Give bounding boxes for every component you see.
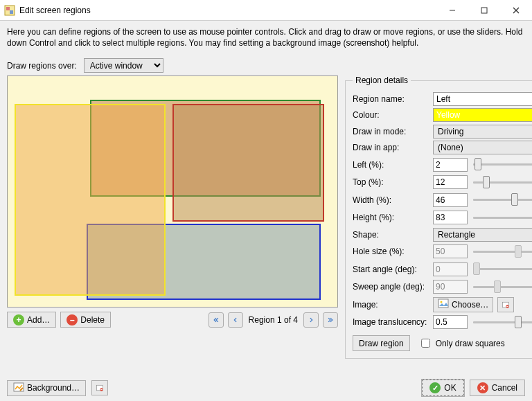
cancel-button[interactable]: ✕ Cancel bbox=[470, 380, 525, 396]
draw-region-button[interactable]: Draw region bbox=[353, 335, 410, 351]
title-bar: Edit screen regions bbox=[0, 0, 532, 21]
start-angle-label: Start angle (deg): bbox=[353, 265, 433, 274]
last-region-button[interactable] bbox=[323, 312, 338, 328]
region-name-label: Region name: bbox=[353, 94, 433, 104]
svg-rect-11 bbox=[507, 306, 509, 307]
plus-icon: + bbox=[13, 314, 24, 326]
only-squares-row[interactable]: Only draw squares bbox=[418, 337, 505, 350]
app-icon bbox=[4, 5, 15, 16]
cancel-icon: ✕ bbox=[477, 382, 488, 393]
image-label: Image: bbox=[353, 300, 433, 310]
colour-label: Colour: bbox=[353, 110, 433, 120]
draw-region-label: Draw region bbox=[359, 339, 404, 348]
clear-background-button[interactable] bbox=[91, 380, 108, 395]
draw-mode-label: Draw in mode: bbox=[353, 127, 433, 136]
start-angle-input bbox=[433, 262, 468, 276]
ok-label: OK bbox=[444, 383, 456, 393]
svg-rect-4 bbox=[481, 8, 487, 13]
regions-canvas[interactable] bbox=[7, 75, 338, 308]
draw-app-label: Draw in app: bbox=[353, 143, 433, 152]
check-icon: ✓ bbox=[429, 382, 441, 393]
shape-label: Shape: bbox=[353, 230, 433, 240]
translucency-label: Image translucency: bbox=[353, 317, 433, 327]
draw-over-select[interactable]: Active window bbox=[84, 58, 163, 73]
first-region-button[interactable] bbox=[209, 312, 224, 328]
width-input[interactable] bbox=[433, 193, 468, 207]
translucency-input[interactable] bbox=[433, 315, 468, 329]
only-squares-label: Only draw squares bbox=[436, 339, 505, 348]
height-slider[interactable] bbox=[473, 211, 532, 224]
top-slider[interactable] bbox=[473, 176, 532, 188]
draw-mode-select[interactable]: Driving bbox=[433, 125, 532, 139]
bottom-bar: Background… ✓ OK ✕ Cancel bbox=[0, 375, 532, 401]
minimize-button[interactable] bbox=[436, 0, 468, 21]
translucency-slider[interactable] bbox=[473, 316, 532, 328]
region-details-legend: Region details bbox=[353, 75, 411, 85]
colour-value: Yellow bbox=[436, 110, 460, 120]
background-icon bbox=[13, 382, 24, 395]
add-button[interactable]: + Add… bbox=[7, 312, 56, 328]
prev-region-button[interactable] bbox=[228, 312, 243, 328]
svg-rect-7 bbox=[438, 299, 448, 308]
hole-size-input bbox=[433, 244, 468, 258]
top-label: Top (%): bbox=[353, 177, 433, 187]
region-rect[interactable] bbox=[172, 104, 324, 222]
start-angle-slider bbox=[473, 263, 532, 276]
ok-button[interactable]: ✓ OK bbox=[422, 380, 463, 396]
delete-button[interactable]: – Delete bbox=[60, 312, 111, 328]
clear-image-button[interactable] bbox=[497, 297, 514, 312]
background-button[interactable]: Background… bbox=[7, 380, 86, 396]
left-label: Left (%): bbox=[353, 160, 433, 170]
region-rect[interactable] bbox=[15, 104, 166, 295]
delete-button-label: Delete bbox=[80, 315, 105, 325]
add-button-label: Add… bbox=[27, 315, 50, 325]
choose-image-label: Choose… bbox=[452, 300, 488, 310]
draw-app-select[interactable]: (None) bbox=[433, 141, 532, 154]
sweep-angle-input bbox=[433, 280, 468, 294]
next-region-button[interactable] bbox=[303, 312, 319, 328]
shape-select[interactable]: Rectangle bbox=[433, 228, 532, 242]
choose-image-button[interactable]: Choose… bbox=[433, 297, 493, 312]
width-slider[interactable] bbox=[473, 194, 532, 206]
cancel-label: Cancel bbox=[492, 383, 517, 393]
minus-icon: – bbox=[66, 314, 78, 326]
svg-point-8 bbox=[441, 301, 443, 303]
hole-size-slider bbox=[473, 245, 532, 258]
window-title: Edit screen regions bbox=[19, 6, 436, 15]
close-button[interactable] bbox=[500, 0, 532, 21]
svg-rect-1 bbox=[6, 7, 10, 10]
height-label: Height (%): bbox=[353, 213, 433, 222]
hole-size-label: Hole size (%): bbox=[353, 247, 433, 256]
instructions-text: Here you can define regions of the scree… bbox=[7, 26, 525, 48]
svg-rect-2 bbox=[10, 10, 13, 14]
background-label: Background… bbox=[27, 383, 80, 393]
only-squares-checkbox[interactable] bbox=[421, 339, 430, 348]
top-input[interactable] bbox=[433, 175, 468, 189]
sweep-angle-label: Sweep angle (deg): bbox=[353, 282, 433, 292]
draw-over-label: Draw regions over: bbox=[7, 61, 77, 71]
svg-rect-15 bbox=[100, 389, 103, 390]
region-name-input[interactable] bbox=[433, 92, 532, 106]
width-label: Width (%): bbox=[353, 195, 433, 205]
left-input[interactable] bbox=[433, 158, 468, 172]
maximize-button[interactable] bbox=[468, 0, 500, 21]
height-input[interactable] bbox=[433, 211, 468, 224]
colour-select[interactable]: Yellow ▼ bbox=[433, 108, 532, 122]
image-icon bbox=[438, 298, 449, 311]
region-counter: Region 1 of 4 bbox=[249, 315, 298, 325]
region-details-group: Region details Region name: Colour: Yell… bbox=[345, 75, 532, 359]
sweep-angle-slider bbox=[473, 280, 532, 293]
left-slider[interactable] bbox=[473, 159, 532, 171]
